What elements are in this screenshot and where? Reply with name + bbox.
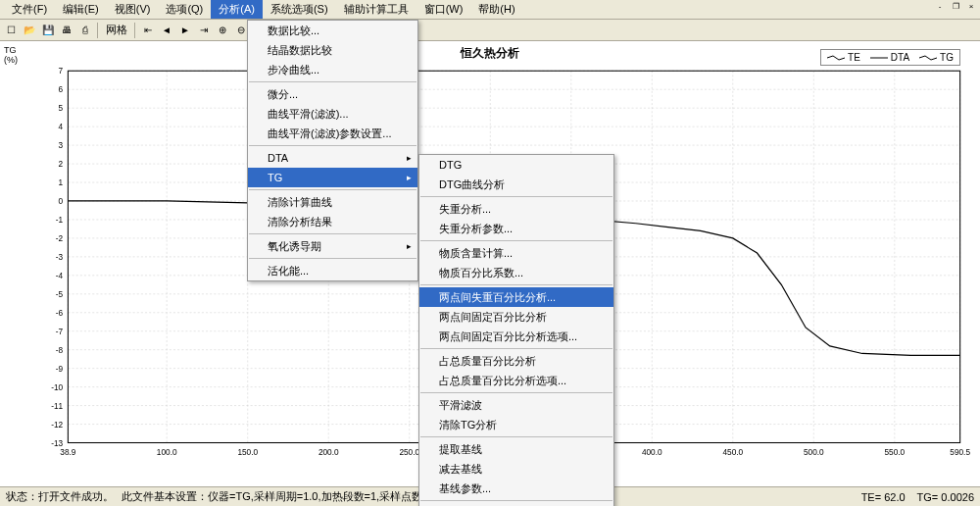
- status-te: TE= 62.0: [861, 491, 906, 503]
- analysis-dropdown: 数据比较...结晶数据比较步冷曲线...微分...曲线平滑(滤波)...曲线平滑…: [247, 20, 418, 281]
- svg-text:590.5: 590.5: [950, 448, 970, 457]
- menu-item[interactable]: 失重分析...: [419, 199, 613, 219]
- menu-separator: [420, 436, 612, 437]
- svg-text:-5: -5: [56, 290, 64, 299]
- menu-item[interactable]: DTA: [248, 148, 417, 168]
- svg-text:-7: -7: [56, 328, 64, 336]
- close-button[interactable]: ×: [964, 2, 978, 14]
- svg-text:-2: -2: [56, 234, 64, 243]
- svg-text:6: 6: [59, 85, 64, 94]
- svg-text:2: 2: [59, 160, 64, 169]
- menu-item[interactable]: 微分...: [248, 84, 417, 104]
- next-icon[interactable]: ►: [176, 22, 194, 39]
- menu-item[interactable]: 两点间固定百分比分析: [419, 307, 613, 327]
- menu-separator: [249, 145, 416, 146]
- minimize-button[interactable]: -: [933, 2, 947, 14]
- menu-item[interactable]: 清除TG分析: [419, 415, 613, 434]
- menu-separator: [420, 284, 612, 285]
- svg-text:450.0: 450.0: [722, 448, 743, 457]
- menu-help[interactable]: 帮助(H): [470, 0, 522, 19]
- copy-icon[interactable]: ⎙: [76, 22, 94, 39]
- grid-toggle[interactable]: 网格: [102, 23, 131, 37]
- svg-text:3: 3: [59, 141, 64, 150]
- menu-sysopt[interactable]: 系统选项(S): [263, 0, 336, 19]
- menu-item[interactable]: 占总质量百分比分析: [419, 351, 613, 371]
- menu-item[interactable]: 结晶数据比较: [248, 40, 417, 60]
- separator: [134, 23, 136, 38]
- menu-item[interactable]: 基线参数...: [419, 479, 613, 498]
- menu-separator: [420, 348, 612, 349]
- y-axis-label: TG (%): [4, 45, 18, 65]
- svg-text:1: 1: [59, 178, 64, 187]
- svg-text:7: 7: [59, 67, 64, 76]
- svg-text:-3: -3: [56, 253, 64, 262]
- menu-item[interactable]: 清除分析结果: [248, 212, 417, 231]
- menu-item[interactable]: 曲线平滑(滤波)...: [248, 104, 417, 124]
- prev-icon[interactable]: ◄: [158, 22, 175, 39]
- status-tg: TG= 0.0026: [917, 491, 974, 503]
- menu-item[interactable]: DTG曲线分析: [419, 175, 613, 194]
- svg-text:-12: -12: [51, 421, 63, 430]
- svg-text:5: 5: [59, 104, 64, 113]
- menu-item[interactable]: 失重分析参数...: [419, 219, 613, 238]
- menu-item[interactable]: 提取基线: [419, 439, 613, 459]
- menu-separator: [249, 189, 416, 190]
- menu-item[interactable]: 占总质量百分比分析选项...: [419, 371, 613, 390]
- menu-item[interactable]: 数据比较...: [248, 21, 417, 40]
- menubar: 文件(F)编辑(E)视图(V)选项(Q)分析(A)系统选项(S)辅助计算工具窗口…: [0, 0, 980, 20]
- print-icon[interactable]: 🖶: [58, 22, 75, 39]
- svg-text:500.0: 500.0: [804, 448, 824, 457]
- status-info: 此文件基本设置：仪器=TG,采样周期=1.0,加热段数=1,采样点数=3,301: [122, 489, 456, 504]
- menu-item[interactable]: 物质百分比系数...: [419, 263, 613, 282]
- menu-options[interactable]: 选项(Q): [158, 0, 211, 19]
- menu-item[interactable]: 活化能...: [248, 261, 417, 280]
- menu-item[interactable]: 曲线平滑(滤波)参数设置...: [248, 124, 417, 143]
- svg-text:-6: -6: [56, 309, 64, 318]
- svg-text:250.0: 250.0: [399, 448, 419, 457]
- svg-text:38.9: 38.9: [60, 448, 76, 457]
- menu-separator: [249, 233, 416, 234]
- restore-button[interactable]: ❐: [949, 2, 962, 14]
- menu-item[interactable]: 步冷曲线...: [248, 60, 417, 79]
- menu-item[interactable]: TG: [248, 168, 417, 187]
- window-controls: - ❐ ×: [933, 2, 978, 14]
- svg-text:200.0: 200.0: [318, 448, 339, 457]
- open-icon[interactable]: 📂: [21, 22, 38, 39]
- menu-file[interactable]: 文件(F): [4, 0, 55, 19]
- svg-text:-8: -8: [56, 346, 64, 355]
- menu-item[interactable]: 两点间固定百分比分析选项...: [419, 327, 613, 346]
- separator: [97, 23, 99, 38]
- menu-item[interactable]: 氧化诱导期: [248, 236, 417, 256]
- menu-analysis[interactable]: 分析(A): [211, 0, 263, 19]
- menu-calc[interactable]: 辅助计算工具: [336, 0, 416, 19]
- menu-item[interactable]: 平滑滤波: [419, 395, 613, 415]
- menu-view[interactable]: 视图(V): [107, 0, 159, 19]
- svg-text:550.0: 550.0: [884, 448, 905, 457]
- save-icon[interactable]: 💾: [39, 22, 57, 39]
- svg-text:-10: -10: [51, 383, 63, 392]
- new-icon[interactable]: ☐: [2, 22, 20, 39]
- menu-item[interactable]: 物质含量计算...: [419, 243, 613, 263]
- menu-item[interactable]: 减去基线: [419, 459, 613, 479]
- svg-text:4: 4: [59, 123, 64, 131]
- svg-text:-9: -9: [56, 365, 64, 374]
- menu-edit[interactable]: 编辑(E): [55, 0, 107, 19]
- svg-text:-4: -4: [56, 272, 64, 280]
- first-icon[interactable]: ⇤: [139, 22, 157, 39]
- svg-text:-1: -1: [56, 216, 64, 225]
- last-icon[interactable]: ⇥: [195, 22, 213, 39]
- menu-item[interactable]: 两点间失重百分比分析...: [419, 287, 613, 307]
- menu-item[interactable]: DTG: [419, 155, 613, 175]
- svg-text:-11: -11: [51, 402, 63, 411]
- chart-title: 恒久热分析: [461, 45, 519, 62]
- menu-separator: [420, 392, 612, 393]
- menu-item[interactable]: 清除计算曲线: [248, 192, 417, 212]
- menu-separator: [420, 196, 612, 197]
- menu-separator: [249, 258, 416, 259]
- menu-separator: [249, 81, 416, 82]
- toolbar: ☐ 📂 💾 🖶 ⎙ 网格 ⇤ ◄ ► ⇥ ⊕ ⊖ 辅助线: [0, 20, 980, 41]
- svg-text:150.0: 150.0: [237, 448, 258, 457]
- zoom-in-icon[interactable]: ⊕: [214, 22, 231, 39]
- menu-window[interactable]: 窗口(W): [416, 0, 471, 19]
- status-message: 状态：打开文件成功。: [6, 489, 114, 504]
